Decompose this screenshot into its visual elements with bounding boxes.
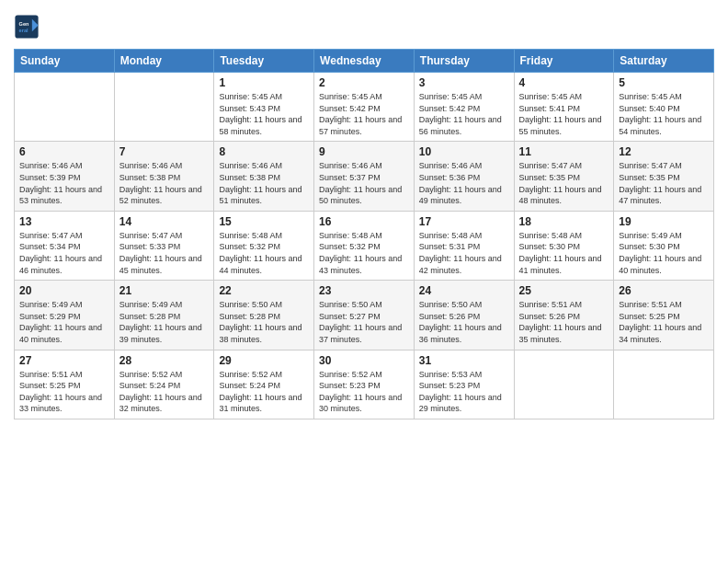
weekday-header: Saturday (614, 50, 714, 73)
day-info: Sunrise: 5:47 AM Sunset: 5:35 PM Dayligh… (619, 160, 709, 206)
calendar-cell: 31Sunrise: 5:53 AM Sunset: 5:23 PM Dayli… (414, 350, 514, 419)
svg-text:Gen: Gen (19, 21, 29, 27)
weekday-header: Thursday (414, 50, 514, 73)
calendar-cell: 2Sunrise: 5:45 AM Sunset: 5:42 PM Daylig… (314, 73, 415, 142)
day-number: 25 (519, 284, 609, 297)
calendar-week-row: 13Sunrise: 5:47 AM Sunset: 5:34 PM Dayli… (15, 211, 714, 280)
calendar-cell: 4Sunrise: 5:45 AM Sunset: 5:41 PM Daylig… (514, 73, 614, 142)
calendar-cell: 12Sunrise: 5:47 AM Sunset: 5:35 PM Dayli… (614, 142, 714, 211)
day-number: 17 (419, 215, 509, 228)
day-number: 14 (119, 215, 210, 228)
day-number: 19 (619, 215, 709, 228)
calendar-cell: 25Sunrise: 5:51 AM Sunset: 5:26 PM Dayli… (514, 281, 614, 350)
day-info: Sunrise: 5:51 AM Sunset: 5:25 PM Dayligh… (19, 369, 109, 415)
day-number: 11 (519, 145, 609, 158)
calendar-cell: 13Sunrise: 5:47 AM Sunset: 5:34 PM Dayli… (15, 211, 115, 280)
day-number: 22 (219, 284, 309, 297)
day-info: Sunrise: 5:45 AM Sunset: 5:43 PM Dayligh… (219, 91, 309, 137)
day-info: Sunrise: 5:45 AM Sunset: 5:41 PM Dayligh… (519, 91, 609, 137)
calendar-cell: 17Sunrise: 5:48 AM Sunset: 5:31 PM Dayli… (414, 211, 514, 280)
day-number: 24 (419, 284, 509, 297)
calendar-cell: 8Sunrise: 5:46 AM Sunset: 5:38 PM Daylig… (214, 142, 314, 211)
calendar-cell: 15Sunrise: 5:48 AM Sunset: 5:32 PM Dayli… (214, 211, 314, 280)
day-number: 26 (619, 284, 709, 297)
day-number: 3 (419, 76, 509, 89)
day-number: 28 (119, 354, 210, 367)
calendar-cell: 24Sunrise: 5:50 AM Sunset: 5:26 PM Dayli… (414, 281, 514, 350)
calendar-cell: 23Sunrise: 5:50 AM Sunset: 5:27 PM Dayli… (314, 281, 415, 350)
calendar-cell (614, 350, 714, 419)
calendar-cell: 21Sunrise: 5:49 AM Sunset: 5:28 PM Dayli… (114, 281, 214, 350)
calendar-cell: 5Sunrise: 5:45 AM Sunset: 5:40 PM Daylig… (614, 73, 714, 142)
day-info: Sunrise: 5:48 AM Sunset: 5:30 PM Dayligh… (519, 230, 609, 276)
day-number: 31 (419, 354, 509, 367)
calendar-cell: 9Sunrise: 5:46 AM Sunset: 5:37 PM Daylig… (314, 142, 415, 211)
day-number: 7 (119, 145, 210, 158)
day-info: Sunrise: 5:50 AM Sunset: 5:27 PM Dayligh… (319, 299, 409, 345)
calendar-cell (514, 350, 614, 419)
calendar-cell: 28Sunrise: 5:52 AM Sunset: 5:24 PM Dayli… (114, 350, 214, 419)
calendar-table: SundayMondayTuesdayWednesdayThursdayFrid… (14, 49, 714, 419)
day-info: Sunrise: 5:51 AM Sunset: 5:26 PM Dayligh… (519, 299, 609, 345)
calendar-cell: 7Sunrise: 5:46 AM Sunset: 5:38 PM Daylig… (114, 142, 214, 211)
day-info: Sunrise: 5:48 AM Sunset: 5:31 PM Dayligh… (419, 230, 509, 276)
weekday-header: Wednesday (314, 50, 415, 73)
day-info: Sunrise: 5:47 AM Sunset: 5:35 PM Dayligh… (519, 160, 609, 206)
logo: Gen eral (14, 14, 43, 40)
day-number: 2 (319, 76, 409, 89)
day-number: 21 (119, 284, 210, 297)
calendar-cell (15, 73, 115, 142)
svg-text:eral: eral (19, 28, 28, 33)
day-number: 23 (319, 284, 409, 297)
day-number: 9 (319, 145, 409, 158)
day-info: Sunrise: 5:46 AM Sunset: 5:37 PM Dayligh… (319, 160, 409, 206)
calendar-cell: 20Sunrise: 5:49 AM Sunset: 5:29 PM Dayli… (15, 281, 115, 350)
day-info: Sunrise: 5:47 AM Sunset: 5:34 PM Dayligh… (19, 230, 109, 276)
weekday-header: Friday (514, 50, 614, 73)
calendar-cell: 1Sunrise: 5:45 AM Sunset: 5:43 PM Daylig… (214, 73, 314, 142)
day-number: 27 (19, 354, 109, 367)
page-header: Gen eral (14, 14, 714, 40)
day-number: 15 (219, 215, 309, 228)
calendar-cell: 3Sunrise: 5:45 AM Sunset: 5:42 PM Daylig… (414, 73, 514, 142)
calendar-cell: 22Sunrise: 5:50 AM Sunset: 5:28 PM Dayli… (214, 281, 314, 350)
calendar-cell: 27Sunrise: 5:51 AM Sunset: 5:25 PM Dayli… (15, 350, 115, 419)
calendar-header-row: SundayMondayTuesdayWednesdayThursdayFrid… (15, 50, 714, 73)
day-info: Sunrise: 5:45 AM Sunset: 5:42 PM Dayligh… (419, 91, 509, 137)
day-info: Sunrise: 5:47 AM Sunset: 5:33 PM Dayligh… (119, 230, 210, 276)
day-info: Sunrise: 5:53 AM Sunset: 5:23 PM Dayligh… (419, 369, 509, 415)
weekday-header: Sunday (15, 50, 115, 73)
day-info: Sunrise: 5:48 AM Sunset: 5:32 PM Dayligh… (319, 230, 409, 276)
day-number: 4 (519, 76, 609, 89)
calendar-week-row: 1Sunrise: 5:45 AM Sunset: 5:43 PM Daylig… (15, 73, 714, 142)
day-number: 12 (619, 145, 709, 158)
day-number: 29 (219, 354, 309, 367)
calendar-cell: 30Sunrise: 5:52 AM Sunset: 5:23 PM Dayli… (314, 350, 415, 419)
day-info: Sunrise: 5:50 AM Sunset: 5:26 PM Dayligh… (419, 299, 509, 345)
calendar-cell: 10Sunrise: 5:46 AM Sunset: 5:36 PM Dayli… (414, 142, 514, 211)
day-info: Sunrise: 5:45 AM Sunset: 5:40 PM Dayligh… (619, 91, 709, 137)
calendar-cell (114, 73, 214, 142)
calendar-cell: 18Sunrise: 5:48 AM Sunset: 5:30 PM Dayli… (514, 211, 614, 280)
day-info: Sunrise: 5:49 AM Sunset: 5:29 PM Dayligh… (19, 299, 109, 345)
day-info: Sunrise: 5:52 AM Sunset: 5:24 PM Dayligh… (119, 369, 210, 415)
calendar-cell: 16Sunrise: 5:48 AM Sunset: 5:32 PM Dayli… (314, 211, 415, 280)
calendar-cell: 26Sunrise: 5:51 AM Sunset: 5:25 PM Dayli… (614, 281, 714, 350)
day-number: 5 (619, 76, 709, 89)
calendar-cell: 11Sunrise: 5:47 AM Sunset: 5:35 PM Dayli… (514, 142, 614, 211)
calendar-week-row: 20Sunrise: 5:49 AM Sunset: 5:29 PM Dayli… (15, 281, 714, 350)
day-number: 30 (319, 354, 409, 367)
weekday-header: Monday (114, 50, 214, 73)
day-info: Sunrise: 5:51 AM Sunset: 5:25 PM Dayligh… (619, 299, 709, 345)
day-info: Sunrise: 5:46 AM Sunset: 5:38 PM Dayligh… (219, 160, 309, 206)
day-number: 8 (219, 145, 309, 158)
day-info: Sunrise: 5:46 AM Sunset: 5:36 PM Dayligh… (419, 160, 509, 206)
day-info: Sunrise: 5:46 AM Sunset: 5:39 PM Dayligh… (19, 160, 109, 206)
day-info: Sunrise: 5:49 AM Sunset: 5:28 PM Dayligh… (119, 299, 210, 345)
calendar-cell: 6Sunrise: 5:46 AM Sunset: 5:39 PM Daylig… (15, 142, 115, 211)
day-number: 20 (19, 284, 109, 297)
weekday-header: Tuesday (214, 50, 314, 73)
day-number: 16 (319, 215, 409, 228)
day-info: Sunrise: 5:49 AM Sunset: 5:30 PM Dayligh… (619, 230, 709, 276)
calendar-cell: 29Sunrise: 5:52 AM Sunset: 5:24 PM Dayli… (214, 350, 314, 419)
